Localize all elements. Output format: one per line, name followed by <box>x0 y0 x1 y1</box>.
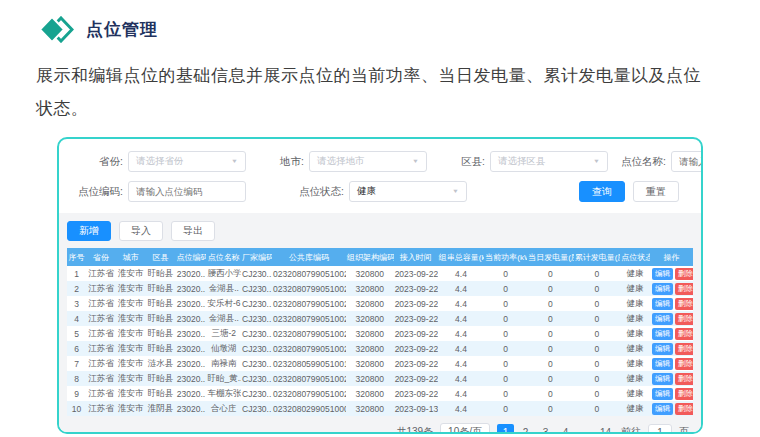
delete-button[interactable]: 删除 <box>675 373 693 385</box>
search-button[interactable]: 查询 <box>579 181 625 202</box>
table-cell: 2023-09-22 <box>394 296 438 311</box>
table-cell: 23020.. <box>175 296 206 311</box>
table-cell: 车棚东张 <box>206 386 241 401</box>
edit-button[interactable]: 编辑 <box>652 358 673 370</box>
table-cell: 淮安市 <box>116 326 146 341</box>
add-button[interactable]: 新增 <box>67 221 111 241</box>
table-cell: 1 <box>67 266 86 281</box>
point-name-input[interactable] <box>671 151 703 172</box>
edit-button[interactable]: 编辑 <box>652 373 673 385</box>
filter-row-1: 省份: 请选择省份 ▼ 地市: 请选择地市 ▼ 区县: <box>65 151 687 172</box>
table-cell: 0 <box>574 281 621 296</box>
page-button[interactable]: 14 <box>597 424 614 435</box>
row-actions: 编辑删除 <box>650 326 693 341</box>
table-cell: 2 <box>67 281 86 296</box>
table-cell: 5 <box>67 326 86 341</box>
page-button[interactable]: 4 <box>557 424 574 435</box>
chevron-down-icon: ▼ <box>593 159 600 165</box>
city-select[interactable]: 请选择地市 ▼ <box>309 151 427 172</box>
table-cell: CJ230.. <box>241 296 272 311</box>
table-header-cell: 点位状态 <box>620 248 650 266</box>
table-cell: 9 <box>67 386 86 401</box>
table-cell: 淮安市 <box>116 281 146 296</box>
table-header-row: 序号省份城市区县点位编码点位名称厂家编码公共库编码组织架构编码接入时间组串总容量… <box>67 248 693 266</box>
row-actions: 编辑删除 <box>650 371 693 386</box>
table-cell: 23020.. <box>175 371 206 386</box>
table-cell: 江苏省 <box>86 341 116 356</box>
table-header-cell: 当日发电量(度) <box>527 248 574 266</box>
page-title: 点位管理 <box>86 18 158 41</box>
table-cell: 健康 <box>620 326 650 341</box>
table-cell: 0 <box>574 296 621 311</box>
table-header-cell: 接入时间 <box>394 248 438 266</box>
table-cell: 023208079905100219 <box>272 281 346 296</box>
table-cell: 淮安市 <box>116 356 146 371</box>
import-button[interactable]: 导入 <box>119 221 163 241</box>
edit-button[interactable]: 编辑 <box>652 298 673 310</box>
edit-button[interactable]: 编辑 <box>652 403 673 415</box>
edit-button[interactable]: 编辑 <box>652 313 673 325</box>
table-cell: 23020.. <box>175 266 206 281</box>
point-code-input[interactable] <box>128 181 246 202</box>
delete-button[interactable]: 删除 <box>675 358 693 370</box>
table-cell: 0 <box>574 326 621 341</box>
table-cell: 23020.. <box>175 281 206 296</box>
table-body: 1江苏省淮安市盱眙县23020..腰西小学CJ230..023208079905… <box>67 266 693 416</box>
page-button[interactable]: 2 <box>517 424 534 435</box>
delete-button[interactable]: 删除 <box>675 313 693 325</box>
table-cell: 320800 <box>346 281 394 296</box>
table-cell: 23020.. <box>175 401 206 416</box>
edit-button[interactable]: 编辑 <box>652 268 673 280</box>
row-actions: 编辑删除 <box>650 341 693 356</box>
province-filter: 省份: 请选择省份 ▼ <box>65 151 246 172</box>
delete-button[interactable]: 删除 <box>675 403 693 415</box>
table-cell: 4.4 <box>438 401 485 416</box>
page-button[interactable]: 3 <box>537 424 554 435</box>
points-table: 序号省份城市区县点位编码点位名称厂家编码公共库编码组织架构编码接入时间组串总容量… <box>67 248 693 416</box>
table-cell: 淮安市 <box>116 266 146 281</box>
district-select[interactable]: 请选择区县 ▼ <box>490 151 608 172</box>
table-header-cell: 组织架构编码 <box>346 248 394 266</box>
table-row: 9江苏省淮安市盱眙县23020..车棚东张CJ230..023208079905… <box>67 386 693 401</box>
table-cell: 0 <box>484 281 527 296</box>
export-button[interactable]: 导出 <box>171 221 215 241</box>
point-status-label: 点位状态: <box>286 185 344 199</box>
table-cell: 0 <box>574 401 621 416</box>
edit-button[interactable]: 编辑 <box>652 343 673 355</box>
edit-button[interactable]: 编辑 <box>652 328 673 340</box>
table-row: 6江苏省淮安市盱眙县23020..仙墩湖CJ230..0232080799051… <box>67 341 693 356</box>
table-header-cell: 组串总容量(kW) <box>438 248 485 266</box>
delete-button[interactable]: 删除 <box>675 343 693 355</box>
table-cell: 淮安市 <box>116 386 146 401</box>
page-button[interactable]: 1 <box>497 424 514 435</box>
district-label: 区县: <box>427 155 485 169</box>
page-buttons: 1234...14 <box>497 424 614 435</box>
edit-button[interactable]: 编辑 <box>652 388 673 400</box>
table-cell: 江苏省 <box>86 371 116 386</box>
table-cell: 8 <box>67 371 86 386</box>
reset-button[interactable]: 重置 <box>633 181 679 202</box>
point-status-select[interactable]: 健康 ▼ <box>349 181 467 202</box>
table-cell: 健康 <box>620 371 650 386</box>
row-actions: 编辑删除 <box>650 311 693 326</box>
delete-button[interactable]: 删除 <box>675 268 693 280</box>
delete-button[interactable]: 删除 <box>675 388 693 400</box>
table-row: 7江苏省淮安市涟水县23020..南禄南CJ230..0232080599051… <box>67 356 693 371</box>
delete-button[interactable]: 删除 <box>675 328 693 340</box>
table-cell: 4.4 <box>438 386 485 401</box>
table-cell: 健康 <box>620 356 650 371</box>
table-header-cell: 当前功率(kW) <box>484 248 527 266</box>
delete-button[interactable]: 删除 <box>675 298 693 310</box>
province-select[interactable]: 请选择省份 ▼ <box>128 151 246 172</box>
edit-button[interactable]: 编辑 <box>652 283 673 295</box>
point-name-label: 点位名称: <box>608 155 666 169</box>
delete-button[interactable]: 删除 <box>675 283 693 295</box>
table-cell: CJ230.. <box>241 266 272 281</box>
table-cell: 4.4 <box>438 356 485 371</box>
page-size-select[interactable]: 10条/页 <box>440 423 490 434</box>
table-cell: 健康 <box>620 281 650 296</box>
table-cell: 4.4 <box>438 296 485 311</box>
goto-page-input[interactable] <box>648 424 672 435</box>
table-cell: 0 <box>527 326 574 341</box>
table-cell: 320800 <box>346 266 394 281</box>
